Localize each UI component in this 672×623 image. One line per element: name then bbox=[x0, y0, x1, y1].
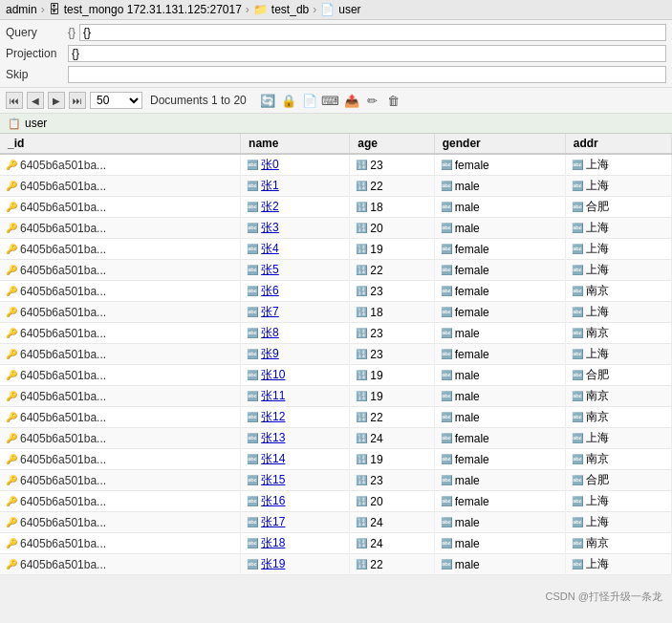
doc-button[interactable]: 📄 bbox=[300, 91, 319, 110]
cell-addr: 🔤上海 bbox=[565, 344, 671, 365]
addr-value: 上海 bbox=[586, 241, 609, 257]
addr-icon: 🔤 bbox=[572, 265, 583, 275]
id-value: 6405b6a501ba... bbox=[20, 306, 106, 319]
gender-value: male bbox=[455, 222, 480, 235]
name-value[interactable]: 张2 bbox=[261, 199, 279, 215]
addr-value: 南京 bbox=[586, 451, 609, 467]
name-value[interactable]: 张12 bbox=[261, 409, 285, 425]
query-input[interactable] bbox=[79, 24, 666, 41]
addr-icon: 🔤 bbox=[572, 517, 583, 527]
cell-gender: 🔤female bbox=[434, 239, 565, 260]
cell-name[interactable]: 🔤张19 bbox=[241, 554, 350, 575]
age-icon: 🔢 bbox=[356, 475, 367, 485]
table-row: 🔑6405b6a501ba...🔤张15🔢23🔤male🔤合肥 bbox=[0, 470, 672, 491]
title-db: test_db bbox=[271, 3, 309, 16]
name-value[interactable]: 张1 bbox=[261, 178, 279, 194]
age-value: 23 bbox=[370, 159, 382, 172]
cell-name[interactable]: 🔤张7 bbox=[241, 302, 350, 323]
name-value[interactable]: 张15 bbox=[261, 472, 285, 488]
name-value[interactable]: 张7 bbox=[261, 304, 279, 320]
cell-name[interactable]: 🔤张18 bbox=[241, 533, 350, 554]
addr-icon: 🔤 bbox=[572, 433, 583, 443]
id-icon: 🔑 bbox=[6, 454, 17, 464]
cell-id: 🔑6405b6a501ba... bbox=[0, 154, 241, 176]
cell-name[interactable]: 🔤张0 bbox=[241, 154, 350, 176]
name-value[interactable]: 张4 bbox=[261, 241, 279, 257]
gender-icon: 🔤 bbox=[441, 307, 452, 317]
cell-name[interactable]: 🔤张3 bbox=[241, 218, 350, 239]
col-name: name bbox=[241, 134, 350, 154]
cell-addr: 🔤合肥 bbox=[565, 197, 671, 218]
cell-name[interactable]: 🔤张11 bbox=[241, 386, 350, 407]
cell-name[interactable]: 🔤张10 bbox=[241, 365, 350, 386]
id-value: 6405b6a501ba... bbox=[20, 222, 106, 235]
id-icon: 🔑 bbox=[6, 181, 17, 191]
cell-name[interactable]: 🔤张16 bbox=[241, 491, 350, 512]
prev-page-button[interactable]: ◀ bbox=[27, 92, 44, 109]
cell-name[interactable]: 🔤张1 bbox=[241, 176, 350, 197]
last-page-button[interactable]: ⏭ bbox=[69, 92, 86, 109]
name-value[interactable]: 张3 bbox=[261, 220, 279, 236]
cell-name[interactable]: 🔤张15 bbox=[241, 470, 350, 491]
cell-id: 🔑6405b6a501ba... bbox=[0, 176, 241, 197]
gender-value: male bbox=[455, 474, 480, 487]
name-value[interactable]: 张13 bbox=[261, 430, 285, 446]
projection-input[interactable] bbox=[68, 45, 666, 62]
query-row: Query {} bbox=[6, 22, 666, 43]
cell-name[interactable]: 🔤张8 bbox=[241, 323, 350, 344]
gender-icon: 🔤 bbox=[441, 244, 452, 254]
id-value: 6405b6a501ba... bbox=[20, 348, 106, 361]
name-value[interactable]: 张11 bbox=[261, 388, 285, 404]
age-value: 24 bbox=[370, 516, 382, 529]
cell-addr: 🔤上海 bbox=[565, 260, 671, 281]
name-value[interactable]: 张14 bbox=[261, 451, 285, 467]
name-value[interactable]: 张16 bbox=[261, 493, 285, 509]
name-value[interactable]: 张10 bbox=[261, 367, 285, 383]
cell-name[interactable]: 🔤张12 bbox=[241, 407, 350, 428]
page-size-select[interactable]: 10 20 50 100 200 bbox=[90, 92, 142, 109]
first-page-button[interactable]: ⏮ bbox=[6, 92, 23, 109]
name-value[interactable]: 张9 bbox=[261, 346, 279, 362]
edit-button[interactable]: ✏ bbox=[363, 91, 382, 110]
cell-name[interactable]: 🔤张6 bbox=[241, 281, 350, 302]
name-value[interactable]: 张17 bbox=[261, 514, 285, 530]
name-value[interactable]: 张8 bbox=[261, 325, 279, 341]
name-icon: 🔤 bbox=[247, 265, 258, 275]
code-button[interactable]: ⌨ bbox=[321, 91, 340, 110]
cell-addr: 🔤南京 bbox=[565, 449, 671, 470]
gender-value: male bbox=[455, 411, 480, 424]
id-icon: 🔑 bbox=[6, 559, 17, 569]
cell-id: 🔑6405b6a501ba... bbox=[0, 449, 241, 470]
cell-age: 🔢22 bbox=[350, 554, 434, 575]
gender-value: male bbox=[455, 516, 480, 529]
name-value[interactable]: 张6 bbox=[261, 283, 279, 299]
cell-name[interactable]: 🔤张9 bbox=[241, 344, 350, 365]
cell-name[interactable]: 🔤张17 bbox=[241, 512, 350, 533]
col-id: _id bbox=[0, 134, 241, 154]
addr-value: 合肥 bbox=[586, 199, 609, 215]
addr-icon: 🔤 bbox=[572, 475, 583, 485]
cell-gender: 🔤female bbox=[434, 344, 565, 365]
refresh-button[interactable]: 🔄 bbox=[258, 91, 277, 110]
name-value[interactable]: 张19 bbox=[261, 556, 285, 572]
cell-name[interactable]: 🔤张4 bbox=[241, 239, 350, 260]
cell-name[interactable]: 🔤张14 bbox=[241, 449, 350, 470]
addr-icon: 🔤 bbox=[572, 349, 583, 359]
next-page-button[interactable]: ▶ bbox=[48, 92, 65, 109]
cell-name[interactable]: 🔤张13 bbox=[241, 428, 350, 449]
cell-id: 🔑6405b6a501ba... bbox=[0, 344, 241, 365]
cell-name[interactable]: 🔤张5 bbox=[241, 260, 350, 281]
cell-addr: 🔤上海 bbox=[565, 302, 671, 323]
lock-button[interactable]: 🔒 bbox=[279, 91, 298, 110]
skip-input[interactable] bbox=[68, 66, 666, 83]
export-button[interactable]: 📤 bbox=[342, 91, 361, 110]
delete-button[interactable]: 🗑 bbox=[384, 91, 403, 110]
cell-name[interactable]: 🔤张2 bbox=[241, 197, 350, 218]
cell-age: 🔢19 bbox=[350, 386, 434, 407]
name-icon: 🔤 bbox=[247, 244, 258, 254]
age-icon: 🔢 bbox=[356, 160, 367, 170]
name-value[interactable]: 张18 bbox=[261, 535, 285, 551]
name-value[interactable]: 张0 bbox=[261, 157, 279, 173]
name-value[interactable]: 张5 bbox=[261, 262, 279, 278]
id-icon: 🔑 bbox=[6, 307, 17, 317]
